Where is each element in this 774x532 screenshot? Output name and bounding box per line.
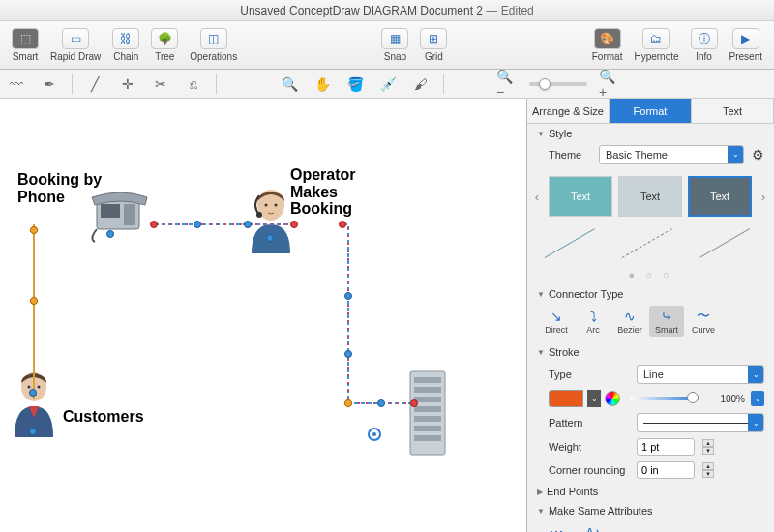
arrow-style-2[interactable] [622, 228, 680, 263]
connector-arc[interactable]: ⤵Arc [576, 306, 610, 337]
snap-button[interactable]: ▦Snap [375, 26, 414, 64]
smart-connector-icon: ⤷ [653, 308, 680, 325]
curve-tool[interactable]: 〰 [6, 74, 27, 95]
svg-point-6 [256, 212, 262, 218]
hand-tool[interactable]: ✋ [312, 74, 333, 95]
anchor-point[interactable] [29, 428, 37, 435]
chain-button[interactable]: ⛓Chain [106, 26, 145, 64]
theme-select[interactable]: Basic Theme⌄ [599, 145, 744, 164]
weight-input[interactable] [637, 438, 695, 456]
prev-swatch-button[interactable]: ‹ [531, 190, 543, 204]
line-tool[interactable]: ╱ [84, 74, 105, 95]
stroke-color-swatch[interactable] [549, 390, 583, 407]
stroke-type-select[interactable]: Line⌄ [637, 365, 764, 384]
weight-stepper[interactable]: ▲▼ [702, 439, 714, 455]
connector-direct[interactable]: ↘Direct [539, 306, 574, 337]
svg-rect-14 [414, 406, 441, 412]
svg-rect-2 [124, 204, 135, 225]
tab-text[interactable]: Text [692, 99, 774, 123]
anchor-point[interactable] [29, 389, 37, 397]
grid-icon: ⊞ [420, 28, 447, 49]
hypernote-button[interactable]: 🗂Hypernote [628, 26, 684, 64]
anchor-point[interactable] [28, 224, 39, 235]
color-picker-button[interactable] [605, 391, 620, 406]
next-swatch-button[interactable]: › [758, 190, 769, 204]
svg-rect-12 [414, 387, 441, 393]
midpoint[interactable] [194, 221, 201, 228]
stroke-color-dropdown[interactable]: ⌄ [587, 390, 601, 407]
stroke-section-header[interactable]: Stroke [527, 342, 774, 362]
endpoint[interactable] [339, 221, 346, 228]
endpoint[interactable] [150, 221, 158, 228]
midpoint[interactable] [244, 221, 252, 228]
midpoint[interactable] [344, 292, 352, 300]
same-text-format-button[interactable]: AაText Format [576, 522, 611, 532]
scissors-tool[interactable]: ✂ [150, 74, 171, 95]
operator-node[interactable] [242, 186, 300, 253]
pagination-dots[interactable]: ● ○ ○ [527, 265, 774, 284]
endpoint[interactable] [290, 221, 298, 228]
style-section-header[interactable]: Style [527, 124, 774, 143]
format-panel-button[interactable]: 🎨Format [586, 26, 629, 64]
pen-tool[interactable]: ✒ [39, 74, 60, 95]
present-button[interactable]: ▶Present [724, 26, 768, 64]
break-tool[interactable]: ⎌ [183, 74, 204, 95]
connector-bezier[interactable]: ∿Bezier [612, 306, 647, 337]
anchor-point[interactable] [106, 230, 114, 238]
info-button[interactable]: ⓘInfo [685, 26, 724, 64]
anchor-point[interactable] [28, 295, 39, 306]
zoom-slider[interactable] [529, 82, 587, 86]
tab-format[interactable]: Format [610, 99, 692, 123]
telephone-node[interactable] [87, 186, 155, 244]
corner-input[interactable] [637, 461, 695, 479]
midpoint[interactable] [377, 399, 385, 407]
svg-rect-10 [410, 371, 445, 455]
anchor-point[interactable] [342, 398, 353, 408]
zoom-out-button[interactable]: 🔍− [496, 74, 518, 95]
endpoints-section-header[interactable]: End Points [527, 482, 774, 501]
pattern-select[interactable]: ⌄ [637, 413, 764, 432]
style-swatch-1[interactable]: Text [549, 176, 612, 217]
present-icon: ▶ [732, 28, 759, 49]
canvas[interactable]: Booking by Phone Operator Makes Booking … [0, 99, 527, 532]
same-stroke-button[interactable]: 〰Stroke [539, 522, 574, 532]
brush-tool[interactable]: 🖌 [410, 74, 432, 95]
eyedropper-tool[interactable]: 💉 [377, 74, 399, 95]
target-marker[interactable] [368, 428, 381, 441]
zoom-in-button[interactable]: 🔍+ [599, 74, 620, 95]
svg-point-4 [265, 204, 268, 207]
bucket-tool[interactable]: 🪣 [344, 74, 366, 95]
edit-points-tool[interactable]: ✛ [117, 74, 138, 95]
rapid-draw-button[interactable]: ▭Rapid Draw [45, 26, 106, 64]
operations-icon: ◫ [200, 28, 227, 49]
midpoint[interactable] [344, 350, 352, 358]
anchor-point[interactable] [266, 234, 274, 242]
style-swatch-3[interactable]: Text [688, 176, 752, 217]
corner-stepper[interactable]: ▲▼ [702, 462, 714, 478]
opacity-value: 100% [708, 394, 745, 404]
arrow-style-3[interactable] [700, 228, 758, 263]
opacity-slider[interactable] [630, 397, 699, 400]
caret-icon: ⌄ [728, 146, 743, 163]
type-label: Type [549, 369, 631, 380]
tab-arrange[interactable]: Arrange & Size [527, 99, 610, 123]
arc-icon: ⤵ [580, 308, 607, 325]
grid-button[interactable]: ⊞Grid [414, 26, 453, 64]
operations-button[interactable]: ◫Operations [184, 26, 243, 64]
endpoint[interactable] [410, 399, 418, 407]
theme-settings-button[interactable]: ⚙ [752, 147, 764, 163]
svg-point-9 [38, 386, 41, 389]
server-node[interactable] [406, 369, 449, 457]
style-swatch-2[interactable]: Text [618, 176, 682, 217]
svg-point-8 [28, 386, 31, 389]
info-icon: ⓘ [691, 28, 718, 49]
search-tool[interactable]: 🔍 [279, 74, 300, 95]
connector-smart[interactable]: ⤷Smart [649, 306, 684, 337]
opacity-dropdown[interactable]: ⌄ [751, 391, 764, 406]
smart-mode-button[interactable]: ⬚Smart [6, 26, 45, 64]
makesame-section-header[interactable]: Make Same Attributes [527, 501, 774, 520]
tree-button[interactable]: 🌳Tree [145, 26, 184, 64]
arrow-style-1[interactable] [545, 228, 603, 263]
connector-curve[interactable]: 〜Curve [686, 306, 721, 337]
connector-section-header[interactable]: Connector Type [527, 284, 774, 304]
